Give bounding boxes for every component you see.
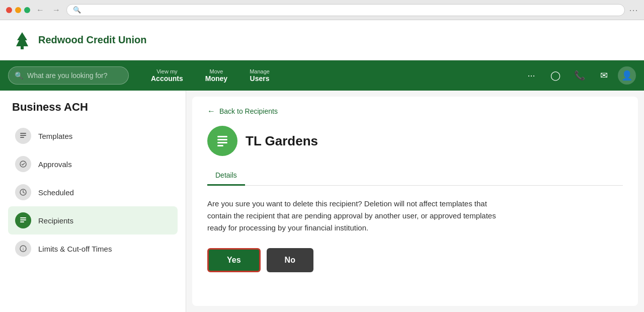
phone-button[interactable]: 📞	[570, 65, 590, 86]
close-traffic-light[interactable]	[6, 7, 12, 13]
address-search-icon: 🔍	[73, 6, 81, 14]
tabs-container: Details	[207, 166, 623, 186]
search-icon: 🔍	[15, 71, 23, 80]
nav-accounts-main: Accounts	[151, 74, 183, 83]
svg-rect-4	[20, 137, 24, 138]
nav-money-main: Money	[205, 74, 227, 83]
sidebar-templates-label: Templates	[38, 132, 72, 140]
sidebar-item-templates[interactable]: Templates	[8, 122, 178, 150]
recipients-icon	[15, 212, 31, 228]
address-bar[interactable]: 🔍	[66, 4, 625, 16]
sidebar-item-recipients[interactable]: Recipients	[8, 206, 178, 235]
chat-icon: ◯	[550, 70, 560, 81]
yes-label: Yes	[227, 256, 241, 264]
sidebar-scheduled-label: Scheduled	[38, 188, 74, 197]
yes-button[interactable]: Yes	[207, 248, 261, 272]
tab-details-label: Details	[215, 171, 237, 179]
nav-item-users[interactable]: Manage Users	[239, 65, 280, 86]
svg-rect-8	[20, 219, 26, 220]
svg-rect-7	[20, 217, 26, 218]
sidebar-item-approvals[interactable]: Approvals	[8, 150, 178, 178]
back-browser-button[interactable]: ←	[34, 6, 46, 15]
svg-rect-14	[217, 142, 227, 143]
no-label: No	[285, 256, 295, 264]
search-input[interactable]	[27, 71, 122, 80]
svg-marker-0	[16, 32, 28, 46]
nav-item-money[interactable]: Move Money	[195, 65, 237, 86]
traffic-lights	[6, 7, 30, 13]
nav-accounts-sub: View my	[156, 68, 177, 74]
chat-button[interactable]: ◯	[545, 65, 566, 86]
recipient-avatar	[207, 126, 237, 156]
svg-rect-3	[20, 135, 26, 136]
logo-text: Redwood Credit Union	[38, 34, 147, 46]
templates-icon	[15, 128, 31, 144]
sidebar-approvals-label: Approvals	[38, 160, 72, 169]
browser-chrome: ← → 🔍 ⋯	[0, 0, 644, 20]
nav-money-sub: Move	[210, 68, 223, 74]
sidebar-item-scheduled[interactable]: Scheduled	[8, 178, 178, 206]
email-button[interactable]: ✉	[594, 65, 614, 86]
sidebar-limits-label: Limits & Cut-off Times	[38, 245, 112, 253]
fullscreen-traffic-light[interactable]	[24, 7, 30, 13]
redwood-logo-icon	[12, 30, 32, 50]
right-panel: ← Back to Recipients TL Gardens Details …	[192, 97, 638, 306]
svg-rect-9	[20, 221, 24, 222]
svg-rect-15	[217, 145, 223, 146]
user-icon: 👤	[621, 70, 632, 81]
sidebar: Business ACH Templates Approvals Schedul…	[0, 91, 186, 312]
main-content: Business ACH Templates Approvals Schedul…	[0, 91, 644, 312]
nav-users-sub: Manage	[250, 68, 270, 74]
user-avatar-button[interactable]: 👤	[618, 66, 636, 85]
more-nav-button[interactable]: ···	[521, 65, 541, 86]
logo-bar: Redwood Credit Union	[0, 20, 644, 60]
nav-bar: 🔍 View my Accounts Move Money Manage Use…	[0, 60, 644, 91]
phone-icon: 📞	[574, 70, 585, 81]
sidebar-item-limits[interactable]: i Limits & Cut-off Times	[8, 235, 178, 263]
recipient-name: TL Gardens	[246, 133, 318, 149]
email-icon: ✉	[600, 70, 608, 81]
back-label: Back to Recipients	[219, 107, 278, 115]
back-arrow-icon: ←	[207, 107, 215, 116]
nav-right: ··· ◯ 📞 ✉ 👤	[521, 65, 636, 86]
delete-message: Are you sure you want to delete this rec…	[207, 198, 509, 234]
no-button[interactable]: No	[267, 248, 313, 272]
nav-item-accounts[interactable]: View my Accounts	[141, 65, 193, 86]
forward-browser-button[interactable]: →	[50, 6, 62, 15]
svg-rect-13	[217, 139, 227, 140]
search-box[interactable]: 🔍	[8, 66, 129, 85]
nav-users-main: Users	[250, 74, 270, 83]
back-to-recipients-link[interactable]: ← Back to Recipients	[207, 107, 623, 116]
tab-details[interactable]: Details	[207, 166, 245, 186]
more-dots-icon: ···	[527, 70, 535, 81]
svg-rect-12	[217, 136, 227, 137]
limits-icon: i	[15, 241, 31, 257]
app-container: Redwood Credit Union 🔍 View my Accounts …	[0, 20, 644, 312]
svg-rect-1	[21, 46, 24, 49]
scheduled-icon	[15, 184, 31, 200]
nav-items: View my Accounts Move Money Manage Users	[141, 65, 521, 86]
svg-rect-2	[20, 133, 26, 134]
sidebar-recipients-label: Recipients	[38, 216, 73, 225]
minimize-traffic-light[interactable]	[15, 7, 21, 13]
approvals-icon	[15, 156, 31, 172]
sidebar-title: Business ACH	[8, 101, 178, 114]
action-buttons: Yes No	[207, 248, 623, 272]
svg-text:i: i	[23, 247, 24, 252]
browser-more-button[interactable]: ⋯	[629, 5, 638, 16]
recipient-header: TL Gardens	[207, 126, 623, 156]
